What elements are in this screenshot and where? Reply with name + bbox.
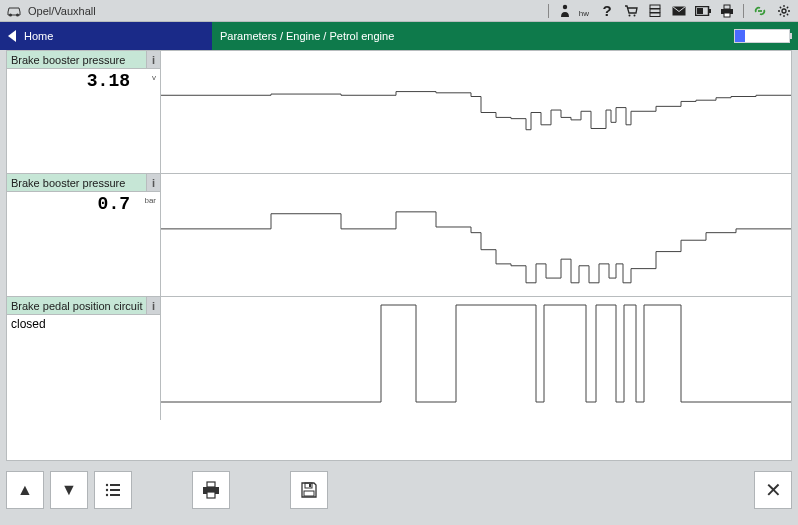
print-button[interactable]	[192, 471, 230, 509]
param-value: closed	[7, 315, 160, 333]
hw-label: hw	[579, 9, 589, 18]
scroll-down-button[interactable]: ▼	[50, 471, 88, 509]
home-label: Home	[24, 30, 53, 42]
floppy-icon	[301, 482, 317, 498]
close-button[interactable]: ✕	[754, 471, 792, 509]
param-row-0: Brake booster pressure i 3.18 v	[7, 51, 791, 174]
param-label-col: Brake pedal position circuit i closed	[7, 297, 161, 420]
settings-icon[interactable]	[776, 3, 792, 19]
info-button[interactable]: i	[146, 297, 160, 314]
param-value: 0.7	[7, 192, 160, 214]
scroll-up-button[interactable]: ▲	[6, 471, 44, 509]
param-row-1: Brake booster pressure i 0.7 bar	[7, 174, 791, 297]
svg-rect-24	[207, 492, 215, 498]
svg-point-20	[106, 494, 108, 496]
info-button[interactable]: i	[146, 51, 160, 68]
chart-area-2	[161, 297, 791, 420]
vehicle-title: Opel/Vauxhall	[28, 5, 96, 17]
svg-rect-19	[110, 489, 120, 491]
title-bar: Opel/Vauxhall hw ?	[0, 0, 798, 22]
svg-point-0	[9, 13, 12, 16]
divider	[743, 4, 744, 18]
print-icon	[202, 481, 220, 499]
progress-battery-fill	[735, 30, 745, 42]
svg-rect-5	[650, 5, 660, 9]
svg-rect-7	[650, 13, 660, 17]
svg-rect-10	[709, 9, 711, 13]
param-unit: bar	[144, 196, 156, 205]
svg-rect-17	[110, 484, 120, 486]
svg-rect-27	[304, 491, 314, 496]
close-icon: ✕	[765, 478, 782, 502]
svg-point-3	[629, 14, 631, 16]
svg-point-4	[634, 14, 636, 16]
breadcrumb-text: Parameters / Engine / Petrol engine	[220, 30, 394, 42]
list-button[interactable]	[94, 471, 132, 509]
param-name: Brake booster pressure	[11, 54, 125, 66]
svg-rect-21	[110, 494, 120, 496]
info-button[interactable]: i	[146, 174, 160, 191]
svg-point-16	[106, 484, 108, 486]
triangle-up-icon: ▲	[17, 481, 33, 499]
link-icon[interactable]	[752, 3, 768, 19]
home-button[interactable]: Home	[0, 22, 212, 50]
svg-rect-6	[650, 9, 660, 13]
param-unit: v	[152, 73, 156, 82]
svg-rect-26	[309, 484, 311, 487]
footer-bar: ▲ ▼ ✕	[6, 469, 792, 511]
param-label-col: Brake booster pressure i 3.18 v	[7, 51, 161, 173]
svg-rect-13	[724, 5, 730, 9]
divider	[548, 4, 549, 18]
list-icon	[105, 483, 121, 497]
print-icon[interactable]	[719, 3, 735, 19]
svg-point-18	[106, 489, 108, 491]
car-icon	[6, 5, 22, 17]
svg-rect-14	[724, 13, 730, 17]
help-icon[interactable]: ?	[599, 3, 615, 19]
param-name: Brake pedal position circuit	[11, 300, 142, 312]
param-header: Brake booster pressure i	[7, 51, 160, 69]
battery-icon[interactable]	[695, 3, 711, 19]
svg-rect-23	[207, 482, 215, 487]
server-icon[interactable]	[647, 3, 663, 19]
param-value: 3.18	[7, 69, 160, 91]
chevron-left-icon	[8, 30, 16, 42]
progress-battery	[734, 29, 790, 43]
main-area: Brake booster pressure i 3.18 v Brake bo…	[6, 50, 792, 461]
param-header: Brake pedal position circuit i	[7, 297, 160, 315]
svg-rect-11	[697, 8, 703, 14]
param-header: Brake booster pressure i	[7, 174, 160, 192]
svg-point-2	[563, 4, 567, 8]
title-left: Opel/Vauxhall	[6, 5, 96, 17]
save-button[interactable]	[290, 471, 328, 509]
svg-point-15	[782, 9, 786, 13]
param-name: Brake booster pressure	[11, 177, 125, 189]
cart-icon[interactable]	[623, 3, 639, 19]
param-row-2: Brake pedal position circuit i closed	[7, 297, 791, 420]
param-label-col: Brake booster pressure i 0.7 bar	[7, 174, 161, 296]
svg-point-1	[16, 13, 19, 16]
chart-area-0	[161, 51, 791, 173]
triangle-down-icon: ▼	[61, 481, 77, 499]
mail-icon[interactable]	[671, 3, 687, 19]
title-right: hw ?	[548, 3, 792, 19]
breadcrumb: Parameters / Engine / Petrol engine	[212, 22, 798, 50]
chart-area-1	[161, 174, 791, 296]
nav-bar: Home Parameters / Engine / Petrol engine	[0, 22, 798, 50]
user-icon[interactable]	[557, 3, 573, 19]
